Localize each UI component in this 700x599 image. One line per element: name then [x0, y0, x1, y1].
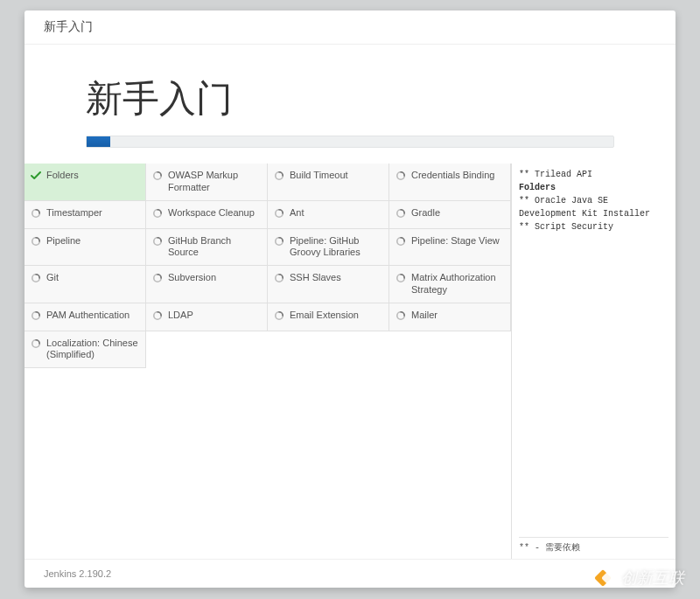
plugin-cell: Credentials Binding [389, 164, 511, 201]
plugin-cell: Pipeline: Stage View [389, 229, 511, 267]
plugin-label: Email Extension [290, 310, 359, 322]
dialog-header: 新手入门 [24, 10, 676, 45]
spinner-icon [273, 272, 285, 284]
spinner-icon [395, 170, 407, 182]
plugin-label: OWASP Markup Formatter [168, 170, 262, 194]
spinner-icon [151, 272, 164, 284]
check-icon [30, 170, 42, 182]
plugin-label: Pipeline: GitHub Groovy Libraries [290, 235, 383, 260]
spinner-icon [30, 235, 42, 247]
plugin-label: GitHub Branch Source [168, 235, 262, 260]
plugin-cell: Timestamper [24, 201, 146, 229]
spinner-icon [273, 170, 285, 182]
plugin-label: Ant [290, 207, 304, 219]
plugin-cell: Matrix Authorization Strategy [389, 266, 511, 303]
spinner-icon [30, 207, 42, 219]
plugin-label: Matrix Authorization Strategy [411, 272, 505, 296]
plugin-label: Mailer [411, 310, 438, 322]
plugin-cell: Localization: Chinese (Simplified) [24, 331, 146, 369]
watermark-icon [597, 568, 616, 588]
plugin-label: LDAP [168, 310, 193, 322]
plugin-label: Workspace Cleanup [168, 207, 255, 219]
log-line: ** Script Security [519, 220, 668, 233]
plugin-cell: Git [24, 266, 146, 303]
plugin-cell: OWASP Markup Formatter [146, 164, 268, 201]
spinner-icon [395, 272, 407, 284]
log-lines: ** Trilead APIFolders** Oracle Java SE D… [519, 168, 668, 533]
spinner-icon [395, 235, 407, 247]
spinner-icon [273, 235, 285, 247]
spinner-icon [30, 272, 42, 284]
plugin-cell: Ant [268, 201, 389, 229]
plugin-cell: Pipeline: GitHub Groovy Libraries [268, 229, 389, 267]
plugin-cell: Folders [24, 164, 146, 201]
spinner-icon [395, 310, 407, 322]
plugin-label: Pipeline [46, 235, 80, 247]
watermark-text: 创新互联 [621, 568, 684, 589]
spinner-icon [273, 310, 285, 322]
spinner-icon [151, 170, 164, 182]
jenkins-version: Jenkins 2.190.2 [44, 568, 111, 579]
plugin-label: Gradle [411, 207, 440, 219]
install-progress-fill [87, 136, 110, 147]
plugin-cell: SSH Slaves [268, 266, 389, 303]
setup-wizard-dialog: 新手入门 新手入门 FoldersOWASP Markup FormatterB… [24, 10, 676, 588]
spinner-icon [30, 310, 42, 322]
plugin-cell: PAM Authentication [24, 303, 146, 331]
plugin-label: Credentials Binding [411, 170, 494, 182]
plugin-cell: LDAP [146, 303, 268, 331]
plugin-label: Build Timeout [290, 170, 348, 182]
plugin-cell: Mailer [389, 303, 511, 331]
plugin-label: SSH Slaves [290, 272, 341, 284]
spinner-icon [151, 310, 164, 322]
plugin-cell: Email Extension [268, 303, 389, 331]
plugin-label: PAM Authentication [46, 310, 130, 322]
plugin-cell: GitHub Branch Source [146, 229, 268, 267]
log-line: Folders [519, 181, 668, 194]
plugin-cell: Build Timeout [268, 164, 389, 201]
watermark: 创新互联 [597, 568, 684, 589]
page-title: 新手入门 [86, 74, 614, 123]
spinner-icon [273, 207, 285, 219]
log-line: ** Oracle Java SE Development Kit Instal… [519, 194, 668, 220]
spinner-icon [30, 338, 42, 350]
install-log: ** Trilead APIFolders** Oracle Java SE D… [511, 164, 676, 559]
body: FoldersOWASP Markup FormatterBuild Timeo… [24, 164, 676, 559]
plugin-label: Git [46, 272, 59, 284]
log-legend: ** - 需要依赖 [519, 537, 668, 554]
plugin-label: Timestamper [46, 207, 102, 219]
plugin-cell: Gradle [389, 201, 511, 229]
dialog-footer: Jenkins 2.190.2 [24, 559, 676, 588]
install-progress [86, 136, 614, 148]
hero-section: 新手入门 [24, 45, 676, 164]
header-title: 新手入门 [44, 19, 93, 33]
log-line: ** Trilead API [519, 168, 668, 181]
plugin-label: Localization: Chinese (Simplified) [46, 338, 140, 362]
spinner-icon [151, 207, 164, 219]
plugin-cell: Subversion [146, 266, 268, 303]
plugin-label: Pipeline: Stage View [411, 235, 500, 247]
plugin-label: Folders [46, 170, 79, 182]
plugin-label: Subversion [168, 272, 216, 284]
plugin-cell: Workspace Cleanup [146, 201, 268, 229]
spinner-icon [395, 207, 407, 219]
spinner-icon [151, 235, 164, 247]
plugin-cell: Pipeline [24, 229, 146, 267]
plugin-grid: FoldersOWASP Markup FormatterBuild Timeo… [24, 164, 511, 559]
